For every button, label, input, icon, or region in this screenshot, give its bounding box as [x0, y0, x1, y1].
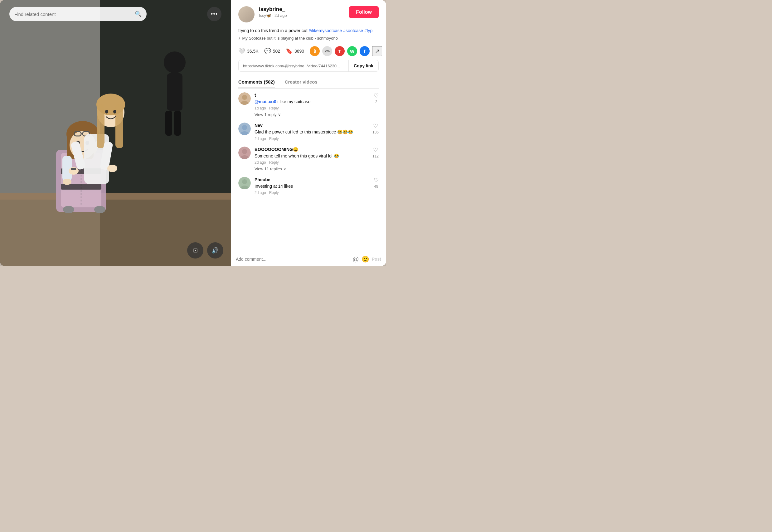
- reply-button-3[interactable]: Reply: [269, 160, 279, 165]
- search-button[interactable]: 🔍: [135, 11, 142, 17]
- view-replies-1[interactable]: View 1 reply ∨: [255, 112, 370, 117]
- comment-username-1: t: [255, 93, 256, 98]
- video-controls: ⊡ 🔊: [187, 242, 223, 259]
- chevron-icon-3: ∨: [283, 167, 286, 171]
- svg-point-34: [105, 110, 108, 114]
- comment-time-4: 2d ago: [255, 191, 266, 195]
- svg-point-5: [164, 51, 186, 73]
- video-background: [0, 0, 231, 266]
- svg-rect-33: [115, 104, 123, 148]
- svg-point-42: [242, 95, 247, 100]
- reply-button-1[interactable]: Reply: [269, 106, 279, 110]
- svg-rect-8: [174, 111, 181, 136]
- creator-header: issybrine_ Issy🦋 · 2d ago Follow: [231, 0, 386, 26]
- sound-button[interactable]: 🔊: [207, 242, 223, 259]
- whatsapp-share-button[interactable]: W: [347, 46, 357, 56]
- view-replies-3[interactable]: View 11 replies ∨: [255, 167, 369, 171]
- comment-like-2: ♡ 136: [372, 123, 379, 141]
- bookmarks-stat[interactable]: 🔖 3690: [286, 48, 304, 55]
- hashtag-1[interactable]: #ilikemysootcase: [309, 28, 342, 33]
- comment-meta-4: 2d ago Reply: [255, 191, 370, 195]
- code-share-button[interactable]: </>: [322, 46, 332, 56]
- caption-main: trying to do this trend in a power cut: [238, 28, 309, 33]
- taringa-share-button[interactable]: T: [335, 46, 345, 56]
- comment-avatar-4: [238, 177, 251, 189]
- hashtag-2[interactable]: #sootcase: [343, 28, 363, 33]
- main-container: 🔍 •••: [0, 0, 386, 266]
- svg-point-51: [242, 179, 247, 184]
- right-panel: issybrine_ Issy🦋 · 2d ago Follow trying …: [231, 0, 386, 266]
- hashtag-3[interactable]: #fyp: [364, 28, 372, 33]
- search-input[interactable]: [14, 12, 126, 17]
- comment-icon: 💬: [264, 48, 271, 55]
- comment-item-4: Pheobe Investing at 14 likes 2d ago Repl…: [238, 177, 379, 195]
- follow-button[interactable]: Follow: [349, 6, 379, 18]
- tab-comments[interactable]: Comments (502): [238, 76, 275, 88]
- heart-icon: 🤍: [238, 48, 245, 55]
- comment-mention-1[interactable]: @mai..xo0: [255, 99, 276, 104]
- share-arrow-button[interactable]: ↗: [372, 46, 382, 56]
- comment-like-1: ♡ 2: [374, 92, 379, 117]
- search-divider: [129, 10, 129, 18]
- comment-text-1: @mai..xo0 i like my suitcase: [255, 99, 370, 105]
- comments-count: 502: [273, 49, 280, 54]
- copy-link-button[interactable]: Copy link: [348, 60, 378, 71]
- comment-username-4: Pheobe: [255, 177, 270, 182]
- music-text: My Sootcase but it is playing at the clu…: [242, 36, 338, 41]
- video-panel: 🔍 •••: [0, 0, 231, 266]
- music-line: ♪ My Sootcase but it is playing at the c…: [238, 36, 379, 41]
- like-heart-icon-4[interactable]: ♡: [374, 177, 379, 184]
- reply-button-4[interactable]: Reply: [269, 191, 279, 195]
- creator-sub: Issy🦋 · 2d ago: [259, 13, 345, 18]
- add-comment-input[interactable]: [236, 257, 350, 262]
- chevron-icon-1: ∨: [278, 112, 281, 117]
- bookmark-icon: 🔖: [286, 48, 293, 55]
- like-heart-icon-2[interactable]: ♡: [373, 123, 378, 129]
- comment-item: t @mai..xo0 i like my suitcase 1d ago Re…: [238, 92, 379, 117]
- post-comment-button[interactable]: Post: [372, 257, 381, 262]
- comment-text-2: Glad the power cut led to this masterpie…: [255, 129, 369, 135]
- comment-item-2: Nev Glad the power cut led to this maste…: [238, 123, 379, 141]
- bitcoin-share-button[interactable]: ₿: [310, 46, 320, 56]
- caption-text: trying to do this trend in a power cut #…: [238, 27, 379, 34]
- comment-meta-2: 2d ago Reply: [255, 137, 369, 141]
- svg-point-39: [107, 165, 117, 172]
- at-icon-button[interactable]: @: [352, 256, 359, 263]
- creator-avatar: [238, 6, 255, 22]
- comment-avatar-3: [238, 147, 251, 159]
- comments-stat[interactable]: 💬 502: [264, 48, 280, 55]
- comment-time-3: 2d ago: [255, 160, 266, 165]
- search-bar: 🔍: [9, 7, 147, 21]
- stats-row: 🤍 36.5K 💬 502 🔖 3690 ₿ </> T W f ↗: [231, 44, 386, 60]
- more-button[interactable]: •••: [207, 7, 221, 21]
- captions-button[interactable]: ⊡: [187, 242, 203, 259]
- like-count-1: 2: [375, 100, 377, 104]
- music-note-icon: ♪: [238, 36, 240, 41]
- svg-point-28: [63, 179, 71, 185]
- captions-icon: ⊡: [193, 247, 198, 254]
- emoji-icon-button[interactable]: 🙂: [362, 255, 369, 263]
- comment-time-1: 1d ago: [255, 106, 266, 110]
- comment-meta-1: 1d ago Reply: [255, 106, 370, 110]
- svg-point-14: [94, 206, 105, 213]
- comment-meta-3: 2d ago Reply: [255, 160, 369, 165]
- comment-body-3: BOOOOOOOMING😩 Someone tell me when this …: [255, 147, 369, 171]
- svg-point-48: [242, 149, 247, 154]
- like-count-2: 136: [372, 130, 379, 134]
- svg-point-35: [113, 110, 116, 114]
- like-heart-icon-1[interactable]: ♡: [374, 92, 379, 99]
- reply-button-2[interactable]: Reply: [269, 137, 279, 141]
- share-icons-row: ₿ </> T W f ↗: [310, 46, 382, 56]
- more-dots-icon: •••: [211, 11, 218, 17]
- svg-point-13: [63, 206, 74, 213]
- svg-point-45: [242, 125, 247, 130]
- comment-like-3: ♡ 112: [372, 147, 379, 171]
- comment-body-2: Nev Glad the power cut led to this maste…: [255, 123, 369, 141]
- likes-stat[interactable]: 🤍 36.5K: [238, 48, 259, 55]
- svg-rect-40: [71, 168, 76, 170]
- creator-username: issybrine_: [259, 6, 345, 12]
- like-heart-icon-3[interactable]: ♡: [373, 147, 378, 153]
- facebook-share-button[interactable]: f: [360, 46, 370, 56]
- creator-info: issybrine_ Issy🦋 · 2d ago: [259, 6, 345, 18]
- tab-creator-videos[interactable]: Creator videos: [285, 76, 318, 88]
